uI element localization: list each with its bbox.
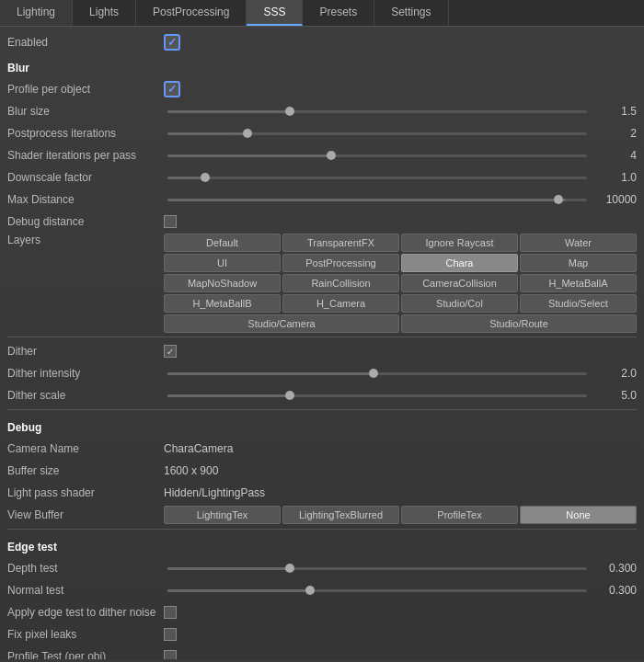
layer-hmetaballb[interactable]: H_MetaBallB	[164, 294, 281, 313]
shader-iter-label: Shader iterations per pass	[7, 149, 164, 162]
normal-test-label: Normal test	[7, 584, 164, 597]
profile-test-checkbox[interactable]	[164, 650, 177, 659]
blur-size-slider[interactable]	[167, 104, 587, 119]
normal-test-value: 0.300	[591, 584, 637, 597]
layer-studiocol[interactable]: Studio/Col	[401, 294, 518, 313]
enabled-label: Enabled	[7, 36, 164, 49]
max-distance-value: 10000	[591, 193, 637, 206]
normal-test-slider[interactable]	[167, 583, 587, 598]
tab-sss[interactable]: SSS	[247, 0, 303, 26]
blur-size-value: 1.5	[591, 105, 637, 118]
blur-title: Blur	[7, 62, 29, 74]
shader-iter-value: 4	[591, 149, 637, 162]
debug-title: Debug	[7, 421, 41, 434]
dither-scale-value: 5.0	[591, 389, 637, 402]
max-distance-slider[interactable]	[167, 192, 587, 207]
edge-test-title-row: Edge test	[7, 533, 637, 556]
dither-scale-label: Dither scale	[7, 389, 164, 402]
layer-cameracollision[interactable]: CameraCollision	[401, 274, 518, 292]
dither-intensity-value: 2.0	[591, 367, 637, 380]
layer-chara[interactable]: Chara	[401, 254, 518, 272]
depth-test-row: Depth test 0.300	[7, 558, 637, 578]
buffer-size-row: Buffer size 1600 x 900	[7, 461, 637, 481]
vb-profiletex[interactable]: ProfileTex	[401, 506, 518, 524]
buffer-size-label: Buffer size	[7, 464, 164, 477]
shader-iter-slider[interactable]	[167, 148, 587, 163]
layer-raincollision[interactable]: RainCollision	[282, 274, 399, 292]
blur-section-title-row: Blur	[7, 54, 637, 77]
tab-settings[interactable]: Settings	[374, 0, 448, 26]
max-distance-label: Max Distance	[7, 193, 164, 206]
enabled-checkbox[interactable]	[164, 34, 180, 51]
light-pass-value: Hidden/LightingPass	[164, 486, 265, 499]
layers-grid-2: Studio/Camera Studio/Route	[164, 314, 637, 333]
layer-transparentfx[interactable]: TransparentFX	[282, 234, 399, 252]
divider-2	[7, 409, 637, 410]
debug-distance-row: Debug distance	[7, 211, 637, 232]
dither-row: Dither	[7, 341, 637, 361]
camera-name-row: Camera Name CharaCamera	[7, 439, 637, 459]
depth-test-value: 0.300	[591, 562, 637, 575]
buffer-size-value: 1600 x 900	[164, 464, 218, 477]
layer-default[interactable]: Default	[164, 234, 281, 252]
dither-intensity-slider[interactable]	[167, 366, 587, 381]
downscale-slider[interactable]	[167, 170, 587, 185]
debug-distance-label: Debug distance	[7, 215, 164, 228]
profile-checkbox[interactable]	[164, 81, 180, 97]
tab-lights[interactable]: Lights	[73, 0, 136, 26]
profile-test-row: Profile Test (per obj)	[7, 646, 637, 659]
layer-postprocessing[interactable]: PostProcessing	[282, 254, 399, 272]
profile-label: Profile per object	[7, 83, 164, 96]
shader-iter-row: Shader iterations per pass 4	[7, 145, 637, 166]
vb-none[interactable]: None	[520, 506, 637, 524]
apply-edge-label: Apply edge test to dither noise	[7, 606, 164, 619]
enabled-row: Enabled	[7, 32, 637, 52]
postprocess-value: 2	[591, 127, 637, 140]
debug-distance-checkbox[interactable]	[164, 215, 177, 228]
debug-title-row: Debug	[7, 414, 637, 437]
view-buffer-buttons: LightingTex LightingTexBlurred ProfileTe…	[164, 506, 637, 524]
layer-hcamera[interactable]: H_Camera	[282, 294, 399, 313]
layers-label: Layers	[7, 234, 164, 246]
tab-postprocessing[interactable]: PostProcessing	[136, 0, 247, 26]
blur-size-label: Blur size	[7, 105, 164, 118]
depth-test-slider[interactable]	[167, 561, 587, 576]
fix-pixel-leaks-checkbox[interactable]	[164, 628, 177, 641]
tab-presets[interactable]: Presets	[303, 0, 374, 26]
dither-checkbox[interactable]	[164, 345, 177, 358]
vb-lightingtexblurred[interactable]: LightingTexBlurred	[282, 506, 399, 524]
edge-test-title: Edge test	[7, 541, 57, 554]
downscale-label: Downscale factor	[7, 171, 164, 184]
dither-scale-slider[interactable]	[167, 388, 587, 403]
postprocess-slider[interactable]	[167, 126, 587, 141]
camera-name-value: CharaCamera	[164, 442, 233, 455]
layer-map[interactable]: Map	[520, 254, 637, 272]
downscale-row: Downscale factor 1.0	[7, 167, 637, 188]
main-content: Enabled Blur Profile per object Blur siz…	[0, 27, 644, 659]
layer-mapnoshadow[interactable]: MapNoShadow	[164, 274, 281, 292]
app-container: Lighting Lights PostProcessing SSS Prese…	[0, 0, 644, 659]
depth-test-label: Depth test	[7, 562, 164, 575]
layer-studioselect[interactable]: Studio/Select	[520, 294, 637, 313]
max-distance-row: Max Distance 10000	[7, 189, 637, 210]
profile-test-label: Profile Test (per obj)	[7, 650, 164, 659]
tab-lighting[interactable]: Lighting	[0, 0, 73, 26]
light-pass-row: Light pass shader Hidden/LightingPass	[7, 483, 637, 503]
dither-intensity-label: Dither intensity	[7, 367, 164, 380]
light-pass-label: Light pass shader	[7, 486, 164, 499]
normal-test-row: Normal test 0.300	[7, 580, 637, 600]
vb-lightingtex[interactable]: LightingTex	[164, 506, 281, 524]
layer-water[interactable]: Water	[520, 234, 637, 252]
layer-ui[interactable]: UI	[164, 254, 281, 272]
layers-row: Layers Default TransparentFX Ignore Rayc…	[7, 234, 637, 333]
apply-edge-checkbox[interactable]	[164, 606, 177, 619]
layer-studiocamera[interactable]: Studio/Camera	[164, 314, 399, 333]
divider-3	[7, 529, 637, 530]
layer-ignore-raycast[interactable]: Ignore Raycast	[401, 234, 518, 252]
fix-pixel-leaks-row: Fix pixel leaks	[7, 624, 637, 645]
layer-hmetaballa[interactable]: H_MetaBallA	[520, 274, 637, 292]
dither-intensity-row: Dither intensity 2.0	[7, 363, 637, 383]
profile-per-object-row: Profile per object	[7, 79, 637, 99]
camera-name-label: Camera Name	[7, 442, 164, 455]
layer-studioroute[interactable]: Studio/Route	[401, 314, 637, 333]
